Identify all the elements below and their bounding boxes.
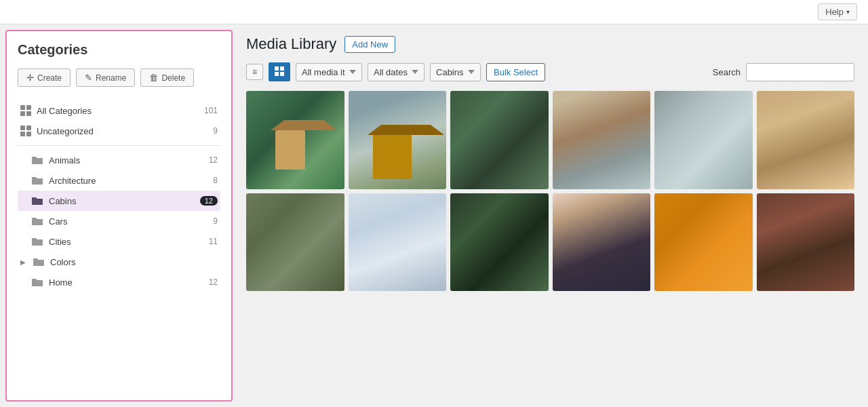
sidebar-item-cities[interactable]: Cities 11 <box>18 231 220 252</box>
svg-rect-2 <box>275 72 279 76</box>
photo-thumbnail <box>654 91 753 189</box>
chevron-right-icon: ▶ <box>20 258 31 266</box>
photo-thumbnail <box>349 91 447 189</box>
search-input[interactable] <box>746 63 854 81</box>
photo-thumbnail <box>654 193 753 292</box>
media-item[interactable] <box>654 193 753 292</box>
media-item[interactable] <box>757 91 855 189</box>
photo-thumbnail <box>757 193 855 292</box>
sidebar-item-home[interactable]: Home 12 <box>18 272 220 292</box>
grid-view-button[interactable] <box>269 62 290 81</box>
media-grid <box>246 91 854 291</box>
sidebar-item-all-categories[interactable]: All Categories 101 <box>18 100 220 121</box>
cat-count-architecture: 8 <box>204 176 218 185</box>
photo-thumbnail <box>553 91 651 189</box>
cat-name-cars: Cars <box>49 216 204 227</box>
grid4-icon <box>20 125 31 136</box>
delete-label: Delete <box>161 73 185 83</box>
folder-icon-colors <box>33 256 45 267</box>
create-button[interactable]: ✛ Create <box>18 69 71 87</box>
plus-icon: ✛ <box>26 73 34 83</box>
cat-count-uncategorized: 9 <box>204 126 218 136</box>
photo-thumbnail <box>450 91 549 189</box>
sidebar-item-cabins[interactable]: Cabins 12 <box>18 191 220 211</box>
cat-count-cabins: 12 <box>200 196 218 206</box>
sidebar-actions: ✛ Create ✎ Rename 🗑 Delete <box>18 69 220 87</box>
cat-name-animals: Animals <box>49 155 204 166</box>
svg-rect-3 <box>280 72 284 76</box>
media-item[interactable] <box>246 193 344 292</box>
filter-dates-select[interactable]: All dates <box>368 63 425 81</box>
rename-label: Rename <box>96 73 126 83</box>
folder-icon-cars <box>31 216 43 227</box>
media-item[interactable] <box>246 91 344 189</box>
filter-media-select[interactable]: All media it <box>296 63 362 81</box>
cat-count-home: 12 <box>204 277 218 287</box>
bulk-select-button[interactable]: Bulk Select <box>486 63 545 81</box>
cat-name-cities: Cities <box>49 237 204 247</box>
cat-name-uncategorized: Uncategorized <box>37 126 204 136</box>
photo-thumbnail <box>450 193 549 292</box>
rename-button[interactable]: ✎ Rename <box>76 69 135 87</box>
cat-name-colors: Colors <box>50 257 204 267</box>
photo-thumbnail <box>246 91 344 189</box>
divider <box>18 145 220 146</box>
folder-icon-architecture <box>31 175 43 186</box>
cat-name-cabins: Cabins <box>49 196 200 206</box>
folder-icon-animals <box>31 155 43 166</box>
cat-name-architecture: Architecture <box>49 176 204 186</box>
media-item[interactable] <box>654 91 753 189</box>
top-bar: Help <box>0 0 868 24</box>
cat-count-all: 101 <box>204 106 218 115</box>
sidebar-item-colors[interactable]: ▶ Colors <box>18 252 220 272</box>
cat-name-home: Home <box>49 277 204 288</box>
page-title: Media Library <box>246 35 336 53</box>
media-item[interactable] <box>450 91 549 189</box>
media-item[interactable] <box>349 91 447 189</box>
cat-count-cars: 9 <box>204 216 218 226</box>
content-area: Media Library Add New ≡ All media it All… <box>233 24 868 407</box>
toolbar: ≡ All media it All dates Cabins Bulk Sel… <box>246 62 854 81</box>
folder-icon-cities <box>31 236 43 247</box>
photo-thumbnail <box>757 91 855 189</box>
media-item[interactable] <box>553 193 651 292</box>
sidebar-title: Categories <box>18 42 220 58</box>
pencil-icon: ✎ <box>85 73 92 83</box>
folder-icon-home <box>31 277 43 288</box>
sidebar: Categories ✛ Create ✎ Rename 🗑 Delete Al… <box>5 30 233 402</box>
media-item[interactable] <box>553 91 651 189</box>
sidebar-item-animals[interactable]: Animals 12 <box>18 150 220 170</box>
cat-count-animals: 12 <box>204 155 218 165</box>
delete-button[interactable]: 🗑 Delete <box>140 69 194 87</box>
cat-name-all: All Categories <box>37 106 204 116</box>
svg-rect-0 <box>275 66 279 71</box>
create-label: Create <box>37 73 62 83</box>
add-new-button[interactable]: Add New <box>344 36 395 53</box>
photo-thumbnail <box>246 193 344 292</box>
search-label: Search <box>713 67 741 77</box>
sidebar-item-architecture[interactable]: Architecture 8 <box>18 170 220 191</box>
media-item[interactable] <box>757 193 855 292</box>
media-item[interactable] <box>450 193 549 292</box>
main-layout: Categories ✛ Create ✎ Rename 🗑 Delete Al… <box>0 24 868 407</box>
grid-icon <box>20 105 31 116</box>
help-button[interactable]: Help <box>818 3 857 20</box>
filter-category-select[interactable]: Cabins <box>430 63 481 81</box>
folder-open-icon-cabins <box>31 195 43 206</box>
list-view-button[interactable]: ≡ <box>246 64 263 80</box>
photo-thumbnail <box>553 193 651 292</box>
media-item[interactable] <box>349 193 447 292</box>
content-header: Media Library Add New <box>246 35 854 53</box>
category-list: All Categories 101 Uncategorized 9 <box>18 100 220 292</box>
photo-thumbnail <box>349 193 447 292</box>
svg-rect-1 <box>280 66 284 71</box>
cat-count-cities: 11 <box>204 237 218 246</box>
sidebar-item-uncategorized[interactable]: Uncategorized 9 <box>18 121 220 141</box>
trash-icon: 🗑 <box>149 73 158 83</box>
sidebar-item-cars[interactable]: Cars 9 <box>18 211 220 231</box>
